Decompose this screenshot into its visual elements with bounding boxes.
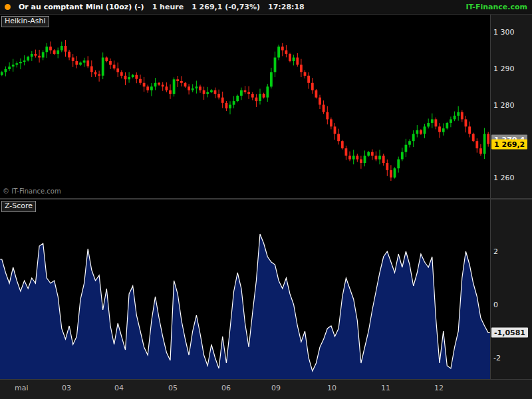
brand-link[interactable]: IT-Finance.com bbox=[466, 3, 527, 11]
last-price-tag: -1,0581 bbox=[491, 328, 528, 338]
zscore-axis[interactable]: 20-2-1,0581 bbox=[490, 200, 532, 379]
candlestick-chart bbox=[0, 15, 490, 198]
last-quote-change: 1 269,1 (-0,73%) bbox=[192, 3, 260, 11]
axis-tick-label: 1 280 bbox=[493, 100, 515, 109]
instrument-status-icon bbox=[5, 4, 11, 10]
time-tick-label: 03 bbox=[62, 384, 71, 392]
time-tick-label: 04 bbox=[114, 384, 124, 392]
indicator-label-zscore[interactable]: Z-Score bbox=[1, 201, 36, 212]
trading-app: Or au comptant Mini (10oz) (-) 1 heure 1… bbox=[0, 0, 532, 399]
time-tick-label: mai bbox=[15, 384, 29, 392]
axis-tick-label: 2 bbox=[493, 247, 498, 256]
price-axis[interactable]: 1 3001 2901 2801 2701 2601 270,41 269,2 bbox=[490, 15, 532, 198]
time-tick-label: 06 bbox=[221, 384, 231, 392]
time-tick-label: 10 bbox=[327, 384, 336, 392]
header-bar: Or au comptant Mini (10oz) (-) 1 heure 1… bbox=[0, 0, 532, 15]
axis-tick-label: 0 bbox=[493, 301, 498, 309]
axis-tick-label: 1 300 bbox=[493, 28, 515, 37]
zscore-area-chart bbox=[0, 200, 490, 379]
price-chart-canvas[interactable]: Heikin-Ashi © IT-Finance.com bbox=[0, 15, 490, 198]
time-axis[interactable]: mai0304050609101112 bbox=[0, 379, 532, 399]
axis-tick-label: 1 260 bbox=[493, 173, 515, 182]
axis-tick-label: 1 290 bbox=[493, 64, 515, 72]
instrument-name: Or au comptant Mini (10oz) (-) bbox=[19, 3, 144, 11]
time-tick-label: 12 bbox=[434, 384, 444, 392]
axis-tick-label: -2 bbox=[493, 354, 501, 362]
clock-time: 17:28:18 bbox=[268, 3, 305, 11]
copyright-watermark: © IT-Finance.com bbox=[3, 188, 61, 195]
time-tick-label: 09 bbox=[271, 384, 281, 392]
indicator-label-heikin-ashi[interactable]: Heikin-Ashi bbox=[1, 16, 49, 27]
time-tick-label: 11 bbox=[381, 384, 390, 392]
time-tick-label: 05 bbox=[168, 384, 178, 392]
last-price-tag: 1 269,2 bbox=[491, 139, 527, 149]
zscore-chart-canvas[interactable]: Z-Score bbox=[0, 200, 490, 379]
timeframe-label: 1 heure bbox=[152, 3, 184, 11]
